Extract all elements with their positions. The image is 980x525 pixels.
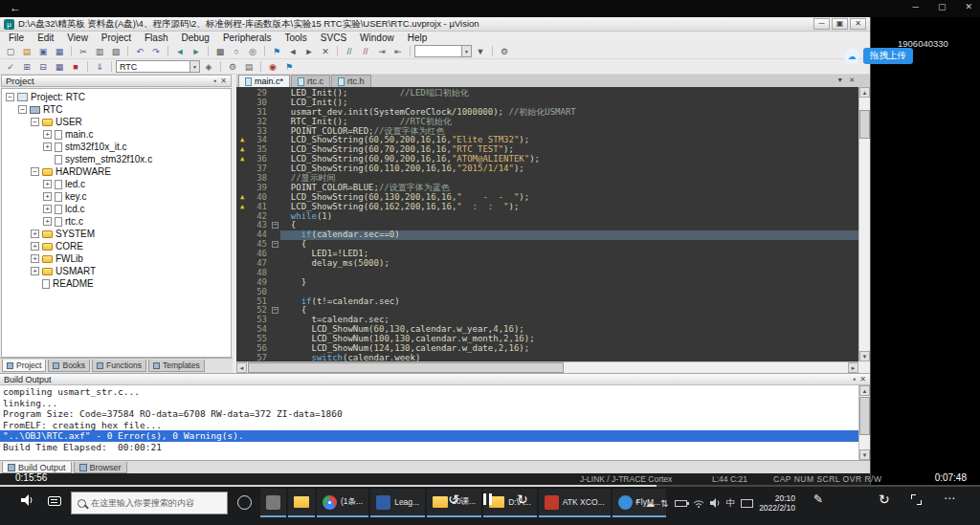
player-maximize-icon[interactable]: ▢	[938, 2, 947, 11]
editor-vertical-scrollbar[interactable]: ▲ ▼	[858, 87, 870, 361]
tree-item-project-rtc[interactable]: −Project: RTC	[2, 91, 231, 103]
replay-icon[interactable]: ↻	[879, 492, 890, 507]
scroll-right-icon[interactable]: ►	[848, 362, 858, 373]
volume-icon[interactable]	[21, 494, 34, 506]
cut-icon[interactable]: ✂	[76, 45, 91, 58]
stop-build-icon[interactable]: ■	[68, 60, 83, 74]
tree-item-rtc[interactable]: −RTC	[2, 103, 231, 116]
tree-item-lcd-c[interactable]: +lcd.c	[2, 203, 231, 215]
options-for-target-icon[interactable]: ⚙	[225, 60, 240, 74]
subtitle-icon[interactable]	[48, 496, 61, 506]
file-extensions-icon[interactable]: ▤	[241, 60, 256, 74]
pin-icon[interactable]: ▪	[853, 375, 856, 383]
player-minimize-icon[interactable]: ─	[913, 2, 919, 11]
open-file-icon[interactable]: ▤	[19, 45, 34, 58]
menu-file[interactable]: File	[2, 33, 31, 43]
onedrive-cloud-icon[interactable]: ☁	[645, 498, 655, 509]
menu-help[interactable]: Help	[401, 33, 434, 43]
tray-expand-icon[interactable]: ^	[635, 498, 639, 508]
window-minimize-icon[interactable]: ─	[813, 18, 830, 30]
expand-icon[interactable]: +	[31, 267, 39, 275]
fold-collapse-icon[interactable]: −	[272, 222, 278, 229]
build-output-log[interactable]: compiling usmart_str.c...linking...Progr…	[0, 385, 858, 460]
menu-edit[interactable]: Edit	[31, 33, 60, 43]
ime-indicator[interactable]: 中	[726, 497, 736, 510]
wifi-icon[interactable]	[693, 499, 704, 508]
tree-item-core[interactable]: +CORE	[2, 240, 231, 252]
outdent-icon[interactable]: ⇤	[390, 45, 406, 58]
expand-icon[interactable]: +	[43, 130, 52, 139]
find-combo[interactable]: ▼	[414, 45, 472, 57]
editor-horizontal-scrollbar[interactable]: ◄ ►	[236, 361, 858, 373]
pause-button[interactable]	[483, 493, 492, 505]
menu-peripherals[interactable]: Peripherals	[216, 33, 278, 43]
collapse-icon[interactable]: −	[6, 93, 14, 101]
panel-close-icon[interactable]: ✕	[220, 77, 227, 85]
bookmark-prev-icon[interactable]: ◄	[285, 45, 301, 58]
taskbar-app-app-generic[interactable]	[260, 489, 286, 517]
menu-view[interactable]: View	[60, 33, 95, 43]
battery-icon[interactable]	[675, 500, 687, 507]
drag-upload-label[interactable]: 拖拽上传	[863, 48, 913, 64]
expand-icon[interactable]: +	[43, 142, 52, 151]
configure-icon[interactable]: ⚙	[497, 45, 512, 58]
panel-tab-functions[interactable]: Functions	[92, 360, 146, 372]
window-restore-icon[interactable]: ▣	[832, 18, 848, 30]
expand-icon[interactable]: +	[31, 242, 39, 251]
touch-keyboard-icon[interactable]	[741, 499, 753, 508]
paste-icon[interactable]: ▧	[108, 45, 123, 58]
tree-item-fwlib[interactable]: +FWLib	[2, 252, 231, 265]
panel-tab-books[interactable]: Books	[48, 360, 90, 372]
bottom-tab-browser[interactable]: Browser	[74, 462, 127, 473]
tree-item-stm32f10x-it-c[interactable]: +stm32f10x_it.c	[2, 141, 231, 153]
fold-collapse-icon[interactable]: −	[272, 241, 278, 248]
sync-icon[interactable]: ⇅	[660, 498, 668, 509]
tree-item-system-stm32f10x-c[interactable]: system_stm32f10x.c	[2, 153, 231, 165]
drag-upload-button[interactable]: ☁ 拖拽上传	[844, 48, 913, 64]
download-flash-icon[interactable]: ⇓	[92, 60, 107, 74]
start-debug-icon[interactable]: ◉	[265, 60, 280, 74]
dropdown-arrow-icon[interactable]: ▼	[461, 46, 471, 56]
tab-close-icon[interactable]: ✕	[849, 77, 855, 84]
save-icon[interactable]: ▣	[35, 45, 51, 58]
menu-window[interactable]: Window	[353, 33, 401, 43]
menu-svcs[interactable]: SVCS	[314, 33, 353, 43]
new-file-icon[interactable]: ▢	[3, 45, 18, 58]
expand-icon[interactable]: +	[31, 230, 39, 238]
scroll-up-icon[interactable]: ▲	[859, 87, 870, 98]
panel-tab-templates[interactable]: Templates	[148, 360, 205, 372]
target-select[interactable]: RTC▼	[116, 60, 200, 73]
tree-item-user[interactable]: −USER	[2, 116, 231, 128]
scroll-left-icon[interactable]: ◄	[236, 362, 247, 373]
annotate-pencil-icon[interactable]: ✎	[813, 492, 823, 506]
window-close-icon[interactable]: ✕	[850, 18, 866, 30]
find-in-files-icon[interactable]: ▩	[212, 45, 228, 58]
nav-back-icon[interactable]: ◄	[172, 45, 188, 58]
tray-volume-icon[interactable]	[710, 498, 721, 508]
expand-icon[interactable]: +	[43, 192, 52, 201]
fold-collapse-icon[interactable]: −	[272, 307, 278, 314]
more-options-icon[interactable]: ⋯	[944, 492, 956, 505]
vscroll-thumb[interactable]	[859, 397, 870, 435]
bookmark-toggle-icon[interactable]: ⚑	[269, 45, 284, 58]
tree-item-readme[interactable]: README	[2, 277, 231, 290]
editor-tab-rtc-h[interactable]: rtc.h	[331, 75, 371, 87]
panel-tab-project[interactable]: Project	[2, 360, 46, 372]
tree-item-rtc-c[interactable]: +rtc.c	[2, 215, 231, 228]
editor-tab-rtc-c[interactable]: rtc.c	[291, 75, 330, 87]
code-editor[interactable]: 29 LED_Init(); //LED端口初始化30 LCD_Init();3…	[236, 87, 858, 361]
incremental-find-icon[interactable]: ◎	[245, 45, 260, 58]
hscroll-thumb[interactable]	[248, 362, 564, 373]
player-close-icon[interactable]: ✕	[965, 2, 972, 11]
uvision-titlebar[interactable]: μ D:\A盘32\精英板 资料盘(A盘)\4、程序源码\2、标准例程-库函数版…	[0, 17, 870, 32]
menu-tools[interactable]: Tools	[278, 33, 314, 43]
back-icon[interactable]: ←	[10, 1, 21, 14]
fullscreen-icon[interactable]	[911, 494, 922, 505]
taskbar-app-1[interactable]: (1条...	[317, 489, 368, 517]
copy-icon[interactable]: ▥	[92, 45, 107, 58]
scroll-up-icon[interactable]: ▲	[859, 385, 870, 396]
menu-debug[interactable]: Debug	[174, 33, 215, 43]
manage-target-icon[interactable]: ◈	[201, 60, 216, 74]
nav-forward-icon[interactable]: ►	[189, 45, 204, 58]
tree-item-key-c[interactable]: +key.c	[2, 190, 231, 203]
